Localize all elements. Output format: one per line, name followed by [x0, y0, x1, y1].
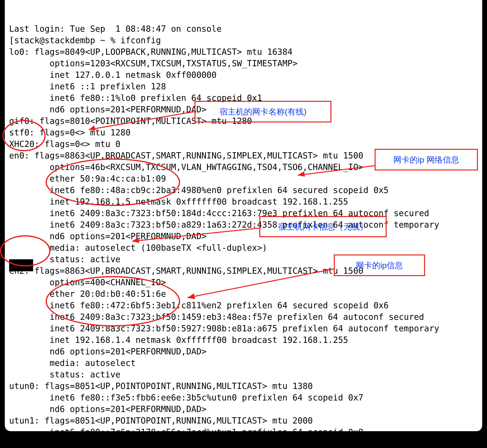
terminal-line: inet6 fe80::472:6bf5:3eb1:c811%en2 prefi…	[9, 300, 478, 311]
terminal-line: options=400<CHANNEL_IO>	[9, 277, 478, 288]
terminal-line: lo0: flags=8049<UP,LOOPBACK,RUNNING,MULT…	[9, 46, 478, 58]
terminal-line: [stack@stackdembp ~ % ifconfig	[9, 35, 478, 46]
terminal-line: inet6 fe80::48a:cb9c:2ba3:4980%en0 prefi…	[9, 184, 478, 196]
terminal-output: Last login: Tue Sep 1 08:48:47 on consol…	[9, 23, 478, 448]
terminal-line: nd6 options=201<PERFORMNUD,DAD>	[9, 346, 478, 357]
terminal-line: inet6 2409:8a3c:7323:bf50:1459:eb3:48ea:…	[9, 311, 478, 323]
terminal-line: media: autoselect	[9, 357, 478, 369]
terminal-line: ether 20:0d:b0:40:51:6e	[9, 288, 478, 300]
terminal-line: nd6 options=201<PERFORMNUD,DAD>	[9, 403, 478, 415]
terminal-line: inet6 2409:8a3c:7323:bf50:184d:4ccc:2163…	[9, 208, 478, 219]
terminal-line: XHC20: flags=0<> mtu 0	[9, 138, 478, 150]
terminal-line: media: autoselect (100baseTX <full-duple…	[9, 242, 478, 254]
terminal-line: inet6 fe80::f3e5:fbb6:ee6e:3b5c%utun0 pr…	[9, 392, 478, 403]
terminal-line: nd6 options=201<PERFORMNUD,DAD>	[9, 231, 478, 242]
annotation-host-nic-wired: 宿主机的网卡名称(有线)	[195, 101, 331, 122]
terminal-line: inet 127.0.0.1 netmask 0xff000000	[9, 69, 478, 81]
terminal-line: ether 50:9a:4c:ca:b1:09	[9, 173, 478, 184]
terminal-line: utun1: flags=8051<UP,POINTOPOINT,RUNNING…	[9, 415, 478, 426]
annotation-nic-ip-network: 网卡的ip 网络信息	[375, 149, 478, 170]
terminal-window[interactable]: Last login: Tue Sep 1 08:48:47 on consol…	[5, 0, 482, 431]
terminal-line: inet6 2409:8a3c:7323:bf50:5927:908b:e81a…	[9, 323, 478, 334]
annotation-nic-ip-info: 网卡的ip信息	[334, 255, 425, 276]
terminal-line: inet6 fe80::7c6a:2178:c56e:7ecd%utun1 pr…	[9, 426, 478, 438]
terminal-line: Last login: Tue Sep 1 08:48:47 on consol…	[9, 23, 478, 35]
terminal-line: utun0: flags=8051<UP,POINTOPOINT,RUNNING…	[9, 380, 478, 392]
terminal-line: inet6 2409:8a3c:7323:bf50:a829:1a63:272d…	[9, 219, 478, 231]
terminal-line: inet6 ::1 prefixlen 128	[9, 81, 478, 92]
terminal-line: options=1203<RXCSUM,TXCSUM,TXSTATUS,SW_T…	[9, 58, 478, 69]
terminal-line: nd6 options=201<PERFORMNUD,DAD>	[9, 438, 478, 448]
terminal-line: stf0: flags=0<> mtu 1280	[9, 127, 478, 138]
redaction-block	[9, 259, 33, 271]
terminal-line: inet 192.168.1.4 netmask 0xffffff00 broa…	[9, 334, 478, 346]
annotation-host-nic-wireless: 宿主机网卡信息（无线）	[259, 216, 387, 237]
terminal-line: status: active	[9, 369, 478, 380]
terminal-line: inet 192.168.1.5 netmask 0xffffff00 broa…	[9, 196, 478, 208]
